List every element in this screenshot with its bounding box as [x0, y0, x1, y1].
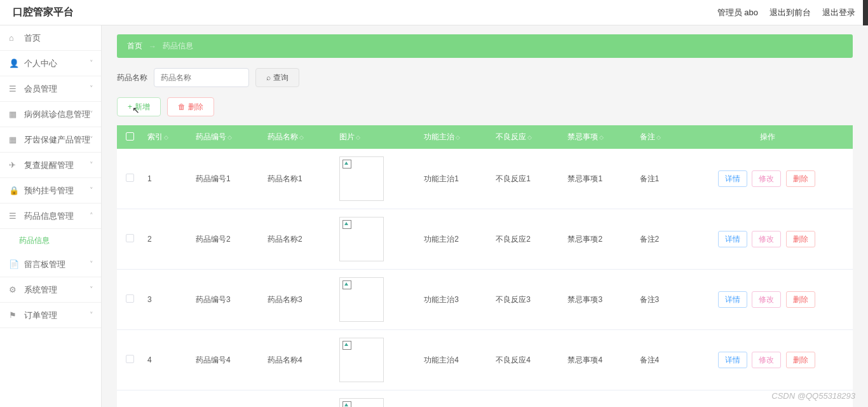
table-row: 3 药品编号3 药品名称3 功能主治3 不良反应3 禁忌事项3 备注3 详情 修… [117, 270, 853, 330]
cell-adverse: 不良反应3 [491, 270, 562, 330]
th-6[interactable]: 禁忌事项◇ [562, 125, 634, 149]
drug-name-input[interactable] [154, 68, 249, 87]
edit-button[interactable]: 修改 [752, 170, 781, 187]
th-2[interactable]: 药品名称◇ [262, 125, 334, 149]
th-4[interactable]: 功能主治◇ [419, 125, 491, 149]
scrollbar[interactable] [863, 0, 868, 25]
sidebar-item-5[interactable]: ✈复查提醒管理˅ [0, 153, 101, 178]
sidebar-item-1[interactable]: 👤个人中心˅ [0, 51, 101, 76]
add-button[interactable]: + 新增 [117, 97, 161, 116]
edit-button[interactable]: 修改 [752, 291, 781, 308]
cell-image [334, 209, 419, 270]
delete-button[interactable]: 🗑 删除 [167, 97, 214, 116]
row-delete-button[interactable]: 删除 [786, 352, 815, 368]
cell-taboo: 禁忌事项2 [562, 209, 634, 270]
submenu-item[interactable]: 药品信息 [0, 229, 101, 252]
cell-code: 药品编号1 [191, 149, 262, 209]
th-8[interactable]: 操作 [682, 125, 853, 149]
user-icon: 👤 [9, 59, 19, 68]
cell-name: 药品名称5 [262, 390, 334, 408]
cell-note: 备注1 [635, 149, 683, 209]
cell-image [334, 330, 419, 390]
detail-button[interactable]: 详情 [718, 352, 747, 368]
edit-button[interactable]: 修改 [752, 352, 781, 368]
image-placeholder[interactable] [339, 338, 384, 382]
th-1[interactable]: 药品编号◇ [191, 125, 262, 149]
sidebar-item-6[interactable]: 🔒预约挂号管理˅ [0, 178, 101, 204]
cell-image [334, 149, 419, 209]
sidebar-item-3[interactable]: ▦病例就诊信息管理˅ [0, 102, 101, 127]
row-checkbox[interactable] [126, 234, 134, 242]
sort-icon: ◇ [527, 134, 532, 141]
edit-button[interactable]: 修改 [752, 231, 781, 247]
sidebar-item-label: 留言板管理 [24, 259, 65, 270]
send-icon: ✈ [9, 160, 19, 170]
sidebar-item-label: 牙齿保健产品管理 [24, 134, 90, 146]
sort-icon: ◇ [599, 134, 604, 141]
trash-icon: 🗑 [178, 102, 186, 111]
cell-idx: 4 [142, 330, 191, 390]
cell-actions: 详情 修改 删除 [682, 390, 853, 408]
image-placeholder[interactable] [339, 156, 384, 201]
sidebar-item-label: 药品信息管理 [24, 210, 74, 222]
row-checkbox[interactable] [126, 294, 134, 303]
cell-func: 功能主治2 [419, 209, 491, 270]
list-icon: ☰ [9, 211, 19, 221]
doc-icon: 📄 [9, 259, 19, 269]
detail-button[interactable]: 详情 [718, 170, 747, 187]
header-right: 管理员 abo 退出到前台 退出登录 [717, 7, 855, 18]
th-0[interactable]: 索引◇ [142, 125, 191, 149]
cell-name: 药品名称1 [262, 149, 334, 209]
detail-button[interactable]: 详情 [718, 291, 747, 308]
row-delete-button[interactable]: 删除 [786, 291, 815, 308]
gear-icon: ⚙ [9, 285, 19, 294]
chevron-up-icon: ˄ [90, 212, 93, 220]
image-placeholder[interactable] [339, 217, 384, 261]
detail-button[interactable]: 详情 [718, 231, 747, 247]
sidebar-item-label: 病例就诊信息管理 [24, 109, 90, 120]
table-row: 4 药品编号4 药品名称4 功能主治4 不良反应4 禁忌事项4 备注4 详情 修… [117, 330, 853, 390]
sidebar-item-9[interactable]: ⚙系统管理˅ [0, 277, 101, 303]
back-frontend-link[interactable]: 退出到前台 [770, 7, 811, 18]
sidebar-item-label: 首页 [24, 32, 41, 44]
cell-code: 药品编号3 [191, 270, 262, 330]
row-checkbox[interactable] [126, 174, 134, 182]
th-5[interactable]: 不良反应◇ [491, 125, 562, 149]
th-checkbox[interactable] [117, 125, 142, 149]
sort-icon: ◇ [656, 134, 661, 141]
image-placeholder[interactable] [339, 277, 384, 322]
sidebar-item-8[interactable]: 📄留言板管理˅ [0, 252, 101, 277]
cell-idx: 2 [142, 209, 191, 270]
th-3[interactable]: 图片◇ [334, 125, 419, 149]
sidebar-item-4[interactable]: ▦牙齿保健产品管理˅ [0, 127, 101, 153]
cell-idx: 3 [142, 270, 191, 330]
chevron-down-icon: ˅ [90, 161, 93, 169]
logout-link[interactable]: 退出登录 [822, 7, 855, 18]
filter-row: 药品名称 ⌕ 查询 [117, 68, 853, 87]
image-placeholder[interactable] [339, 398, 384, 407]
row-delete-button[interactable]: 删除 [786, 170, 815, 187]
chevron-down-icon: ˅ [90, 260, 93, 268]
sidebar-item-10[interactable]: ⚑订单管理˅ [0, 303, 101, 328]
add-label: 新增 [135, 102, 150, 113]
cell-actions: 详情 修改 删除 [682, 149, 853, 209]
th-7[interactable]: 备注◇ [635, 125, 683, 149]
cell-adverse: 不良反应5 [491, 390, 562, 408]
breadcrumb-home[interactable]: 首页 [127, 41, 142, 52]
cell-func: 功能主治4 [419, 330, 491, 390]
sidebar-item-label: 复查提醒管理 [24, 160, 74, 171]
cell-adverse: 不良反应4 [491, 330, 562, 390]
sidebar-item-0[interactable]: ⌂首页 [0, 25, 101, 51]
cell-taboo: 禁忌事项5 [562, 390, 634, 408]
search-icon: ⌕ [266, 73, 271, 82]
data-table: 索引◇药品编号◇药品名称◇图片◇功能主治◇不良反应◇禁忌事项◇备注◇操作 1 药… [117, 125, 853, 407]
cell-actions: 详情 修改 删除 [682, 209, 853, 270]
row-delete-button[interactable]: 删除 [786, 231, 815, 247]
sidebar-item-2[interactable]: ☰会员管理˅ [0, 76, 101, 102]
row-checkbox[interactable] [126, 355, 134, 363]
cell-image [334, 270, 419, 330]
cell-actions: 详情 修改 删除 [682, 270, 853, 330]
sidebar-item-7[interactable]: ☰药品信息管理˄ [0, 204, 101, 229]
query-button[interactable]: ⌕ 查询 [255, 68, 299, 87]
admin-label[interactable]: 管理员 abo [717, 7, 758, 18]
